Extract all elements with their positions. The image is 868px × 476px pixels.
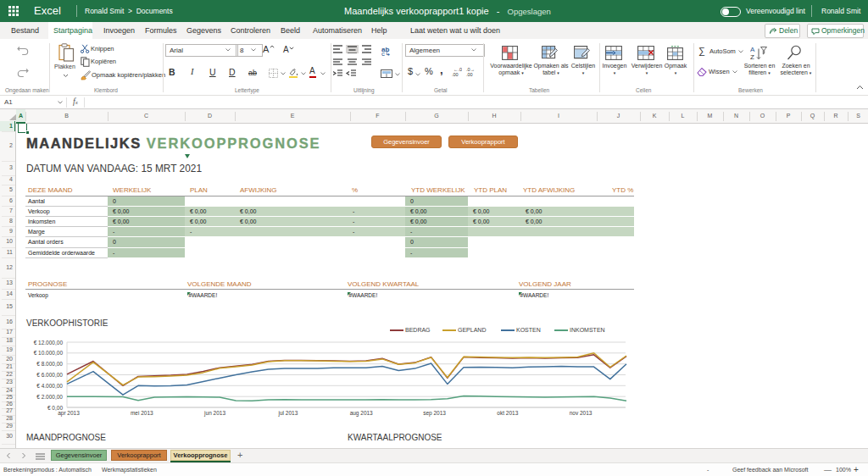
svg-text:Z: Z <box>750 53 754 61</box>
svg-text:A: A <box>750 46 755 53</box>
svg-text:.00: .00 <box>452 72 459 77</box>
svg-text:.00: .00 <box>466 72 473 77</box>
